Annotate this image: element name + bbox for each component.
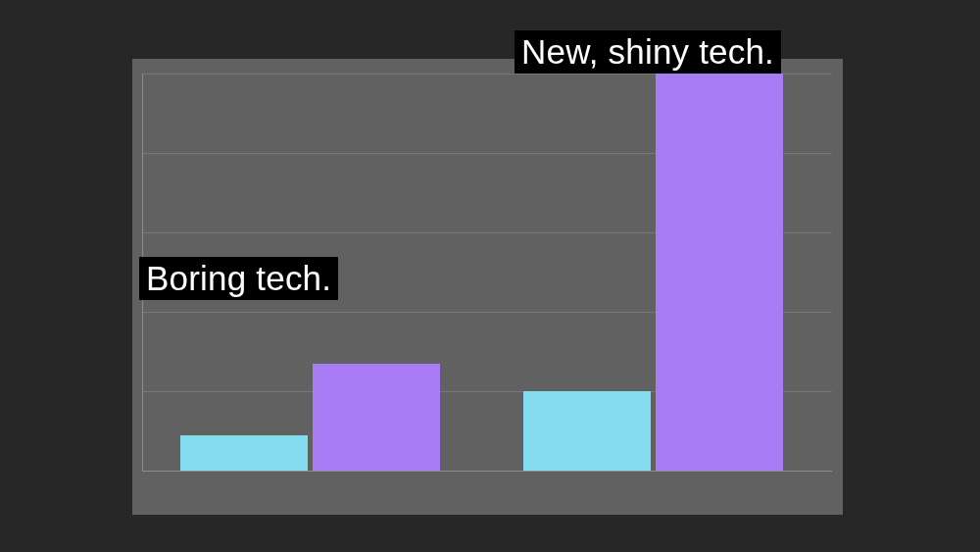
annotation-new-shiny-tech: New, shiny tech. — [514, 30, 781, 74]
chart-panel: Boring tech. — [132, 59, 843, 515]
annotation-boring-tech: Boring tech. — [139, 257, 338, 300]
bar-group2-seriesA — [523, 391, 651, 471]
bar-group2-seriesB — [656, 74, 783, 471]
bar-group1-seriesB — [313, 364, 440, 471]
bar-group1-seriesA — [180, 435, 308, 471]
